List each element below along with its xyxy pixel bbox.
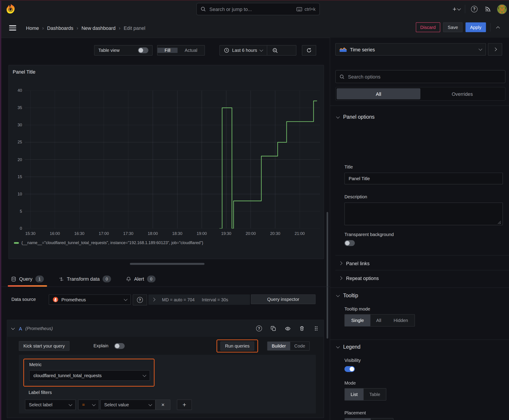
plus-icon: +	[453, 6, 456, 12]
query-options-summary[interactable]: MD = auto = 704 Interval = 30s	[148, 294, 250, 305]
help-icon: ?	[256, 326, 262, 331]
interval: Interval = 30s	[202, 297, 228, 302]
grafana-logo-icon[interactable]	[6, 4, 15, 14]
panel-title-input[interactable]	[344, 173, 503, 184]
tab-overrides[interactable]: Overrides	[420, 88, 504, 99]
tooltip-hidden-option[interactable]: Hidden	[387, 315, 415, 326]
options-search[interactable]	[335, 70, 505, 83]
visualization-picker[interactable]: Time series	[335, 43, 486, 55]
legend-list-option[interactable]: List	[345, 389, 364, 400]
database-icon	[11, 276, 16, 282]
remove-filter-button[interactable]: ✕	[156, 400, 171, 410]
global-search[interactable]: ctrl+k	[196, 3, 320, 15]
fill-option[interactable]: Fill	[158, 48, 178, 53]
query-count-badge: 1	[35, 276, 44, 282]
remove-query-button[interactable]	[299, 326, 305, 331]
panel-links-section[interactable]: Panel links	[330, 258, 509, 269]
tooltip-section-header[interactable]: Tooltip	[337, 293, 358, 299]
drag-handle-icon[interactable]	[313, 326, 319, 331]
breadcrumb: Home › Dashboards › New dashboard › Edit…	[26, 25, 145, 31]
chevron-down-icon	[69, 403, 72, 406]
collapse-query-icon[interactable]	[11, 326, 15, 330]
series-color-swatch	[14, 242, 19, 243]
breadcrumb-dashboards[interactable]: Dashboards	[47, 25, 73, 31]
breadcrumb-home[interactable]: Home	[26, 25, 39, 31]
tab-query[interactable]: Query 1	[8, 271, 47, 286]
collapse-header-button[interactable]	[494, 23, 503, 32]
actual-option[interactable]: Actual	[177, 48, 205, 53]
builder-option[interactable]: Builder	[267, 342, 290, 350]
kick-start-button[interactable]: Kick start your query	[19, 341, 69, 351]
operator-dropdown[interactable]: =	[78, 400, 99, 410]
apply-button[interactable]: Apply	[465, 22, 486, 32]
breadcrumb-new-dashboard[interactable]: New dashboard	[82, 25, 116, 31]
global-search-input[interactable]	[209, 6, 294, 12]
duplicate-query-button[interactable]	[270, 326, 276, 331]
legend-section-header[interactable]: Legend	[337, 344, 360, 350]
pane-resize-handle[interactable]	[130, 263, 205, 265]
menu-toggle-icon[interactable]	[9, 25, 16, 30]
tab-transform-data[interactable]: Transform data 0	[55, 271, 114, 286]
keyboard-icon	[296, 7, 302, 11]
prometheus-icon	[53, 297, 58, 302]
select-label-dropdown[interactable]: Select label	[25, 400, 76, 410]
tooltip-all-option[interactable]: All	[370, 315, 387, 326]
explain-switch[interactable]	[114, 343, 125, 349]
trash-icon	[299, 326, 304, 331]
description-label: Description	[344, 194, 367, 199]
title-label: Title	[344, 164, 353, 169]
tab-alert[interactable]: Alert 0	[123, 271, 159, 286]
metric-value: cloudflared_tunnel_total_requests	[33, 373, 102, 378]
select-value-dropdown[interactable]: Select value	[100, 400, 156, 410]
run-queries-annotation: Run queries	[217, 339, 258, 352]
legend-item[interactable]: {__name__="cloudflared_tunnel_total_requ…	[14, 240, 203, 245]
datasource-value: Prometheus	[61, 297, 86, 302]
user-avatar[interactable]	[497, 4, 507, 14]
code-option[interactable]: Code	[290, 342, 310, 350]
transparent-background-switch[interactable]	[344, 240, 355, 246]
label-filters-label: Label filters	[29, 390, 52, 395]
query-help-button[interactable]: ?	[256, 326, 262, 331]
tab-all[interactable]: All	[337, 88, 420, 99]
divider	[465, 5, 465, 14]
add-menu-button[interactable]: +	[453, 5, 460, 14]
query-inspector-button[interactable]: Query inspector	[251, 294, 316, 304]
metric-select[interactable]: cloudflared_tunnel_total_requests	[29, 370, 150, 381]
top-nav: ctrl+k + ?	[0, 0, 509, 18]
chevron-down-icon	[124, 297, 128, 301]
placement-bottom-option[interactable]: Bottom	[345, 419, 371, 420]
query-row-header[interactable]: A (Prometheus) ?	[7, 320, 324, 337]
chart-plot[interactable]	[25, 91, 320, 229]
search-shortcut: ctrl+k	[304, 7, 316, 12]
run-queries-button[interactable]: Run queries	[220, 341, 254, 351]
discard-button[interactable]: Discard	[416, 22, 440, 32]
time-range-picker[interactable]: Last 6 hours	[220, 45, 267, 55]
refresh-button[interactable]	[302, 45, 316, 55]
query-editor-card: A (Prometheus) ?	[7, 320, 324, 418]
datasource-help-button[interactable]: ?	[133, 294, 147, 305]
panel-options-header[interactable]: Panel options	[337, 114, 375, 120]
placement-right-option[interactable]: Right	[371, 419, 393, 420]
news-button[interactable]	[483, 5, 493, 14]
x-axis-labels: 15:3016:0016:3017:0017:3018:0018:3019:00…	[25, 231, 320, 236]
options-search-input[interactable]	[347, 74, 501, 80]
avatar-pixel-art	[497, 5, 507, 14]
description-textarea[interactable]	[344, 202, 503, 225]
query-datasource-hint: (Prometheus)	[25, 326, 53, 331]
zoom-out-button[interactable]	[267, 45, 283, 55]
legend-mode-segment: List Table	[344, 388, 387, 400]
add-filter-button[interactable]: +	[177, 400, 192, 410]
repeat-options-section[interactable]: Repeat options	[330, 273, 509, 284]
hide-query-button[interactable]	[285, 326, 291, 331]
options-filter-tabs: All Overrides	[335, 87, 505, 101]
legend-visibility-switch[interactable]	[344, 366, 355, 372]
help-button[interactable]: ?	[470, 5, 479, 14]
legend-table-option[interactable]: Table	[364, 389, 386, 400]
collapse-options-button[interactable]	[488, 43, 502, 55]
transform-count-badge: 0	[103, 276, 111, 282]
table-view-switch[interactable]	[138, 47, 148, 53]
datasource-picker[interactable]: Prometheus	[49, 294, 131, 305]
breadcrumb-edit-panel: Edit panel	[124, 25, 145, 31]
save-button[interactable]: Save	[443, 22, 463, 32]
tooltip-single-option[interactable]: Single	[345, 315, 370, 326]
